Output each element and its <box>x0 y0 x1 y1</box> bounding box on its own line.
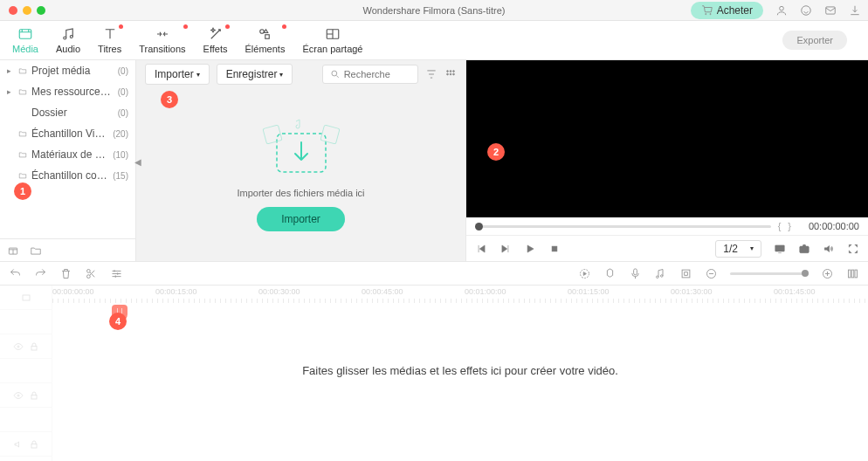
timeline-toolbar <box>0 261 868 286</box>
track-header[interactable] <box>0 408 52 432</box>
sidebar-item[interactable]: Matériaux de Fond...(10) <box>0 144 135 165</box>
export-button[interactable]: Exporter <box>782 31 847 50</box>
svg-rect-38 <box>31 346 37 350</box>
track-header[interactable] <box>0 432 52 457</box>
close-window[interactable] <box>9 6 17 15</box>
brace-right[interactable]: } <box>788 221 791 231</box>
zoom-slider[interactable] <box>730 272 809 275</box>
tab-split-screen[interactable]: Écran partagé <box>293 23 371 58</box>
sidebar-item[interactable]: Échantillon Vidéos(20) <box>0 123 135 144</box>
account-icon[interactable] <box>775 4 788 17</box>
search-input[interactable] <box>344 69 410 79</box>
window-title: Wondershare Filmora (Sans-titre) <box>362 5 505 16</box>
preview-screen[interactable] <box>466 60 868 217</box>
media-panel: Importer▾ Enregistrer▾ Importer des fich… <box>136 60 466 261</box>
tab-titles[interactable]: Titres <box>89 23 130 58</box>
progress-track[interactable] <box>475 225 771 228</box>
preview-panel: { } 00:00:00:00 1/2▾ <box>466 60 868 261</box>
render-icon[interactable] <box>578 267 591 280</box>
tab-transitions[interactable]: Transitions <box>130 23 194 58</box>
sidebar-item[interactable]: Dossier(0) <box>0 102 135 123</box>
tab-audio[interactable]: Audio <box>47 23 89 58</box>
zoom-out-icon[interactable] <box>705 267 718 280</box>
play-icon[interactable] <box>524 243 536 255</box>
annotation-badge-3: 3 <box>161 91 178 108</box>
sidebar-footer <box>0 238 135 261</box>
minimize-window[interactable] <box>23 6 31 15</box>
ratio-label: 1/2 <box>723 243 738 255</box>
track-header[interactable] <box>0 310 52 334</box>
tab-label: Audio <box>56 44 80 54</box>
svg-rect-27 <box>634 268 637 274</box>
collapse-sidebar[interactable]: ◀ <box>134 157 141 171</box>
titlebar: Wondershare Filmora (Sans-titre) Acheter <box>0 0 868 21</box>
audio-mix-icon[interactable] <box>654 267 667 280</box>
mic-icon[interactable] <box>629 267 642 280</box>
media-drop-zone[interactable]: Importer des fichiers média ici Importer <box>136 88 465 261</box>
stop-icon[interactable] <box>548 243 561 255</box>
download-icon[interactable] <box>849 4 861 17</box>
crop-icon[interactable] <box>679 267 692 280</box>
maximize-window[interactable] <box>37 6 45 15</box>
new-folder-icon[interactable] <box>30 244 42 257</box>
marker-icon[interactable] <box>603 267 617 280</box>
ruler-tick: 00:00:15:00 <box>155 287 197 296</box>
support-icon[interactable] <box>800 4 812 17</box>
record-dropdown[interactable]: Enregistrer▾ <box>217 64 293 85</box>
filter-icon[interactable] <box>425 68 437 80</box>
track-header[interactable] <box>0 286 52 310</box>
grid-view-icon[interactable] <box>444 68 457 80</box>
sidebar-item[interactable]: ▸Projet média(0) <box>0 60 135 81</box>
preview-quality[interactable]: 1/2▾ <box>715 240 761 258</box>
folder-icon <box>17 129 28 138</box>
buy-button[interactable]: Acheter <box>691 2 763 19</box>
media-icon <box>17 26 34 42</box>
message-icon[interactable] <box>824 4 837 17</box>
display-icon[interactable] <box>774 243 786 255</box>
svg-point-11 <box>447 71 449 72</box>
eye-icon <box>13 341 24 352</box>
tab-media[interactable]: Média <box>3 23 47 58</box>
time-ruler[interactable]: 00:00:00:0000:00:15:0000:00:30:0000:00:4… <box>52 286 868 305</box>
track-header[interactable] <box>0 334 52 359</box>
sidebar-item[interactable]: ▸Mes ressources part...(0) <box>0 81 135 102</box>
split-icon[interactable] <box>85 267 98 280</box>
redo-icon[interactable] <box>34 267 47 280</box>
sidebar-item-label: Échantillon Vidéos <box>31 127 109 140</box>
snapshot-icon[interactable] <box>798 243 810 255</box>
sidebar-item-label: Mes ressources part... <box>31 86 114 98</box>
adjust-icon[interactable] <box>110 267 123 280</box>
ruler-tick: 00:00:00:00 <box>52 287 94 296</box>
volume-icon[interactable] <box>823 243 835 255</box>
ruler-tick: 00:01:45:00 <box>774 287 816 296</box>
brace-left[interactable]: { <box>778 221 782 231</box>
import-dropdown[interactable]: Importer▾ <box>145 64 210 85</box>
svg-rect-19 <box>320 125 339 144</box>
label: Importer <box>155 68 194 80</box>
zoom-fit-icon[interactable] <box>846 267 859 280</box>
zoom-in-icon[interactable] <box>821 267 834 280</box>
tab-label: Éléments <box>245 44 286 54</box>
fullscreen-icon[interactable] <box>847 243 859 255</box>
split-icon <box>324 26 341 42</box>
undo-icon[interactable] <box>9 267 22 280</box>
track-header[interactable] <box>0 359 52 383</box>
track-header[interactable] <box>0 383 52 408</box>
ruler-tick: 00:01:15:00 <box>568 287 610 296</box>
eye-icon <box>13 390 24 401</box>
search-box[interactable] <box>322 65 418 84</box>
svg-rect-30 <box>682 270 690 278</box>
new-bin-icon[interactable] <box>7 244 19 257</box>
sidebar-item-label: Matériaux de Fond... <box>31 148 109 161</box>
preview-progress: { } 00:00:00:00 <box>466 217 868 235</box>
timeline-body[interactable]: 00:00:00:0000:00:15:0000:00:30:0000:00:4… <box>52 286 868 461</box>
delete-icon[interactable] <box>59 267 72 280</box>
next-frame-icon[interactable] <box>499 243 512 255</box>
tab-effects[interactable]: Effets <box>195 23 237 58</box>
import-button[interactable]: Importer <box>257 207 345 231</box>
prev-frame-icon[interactable] <box>475 243 487 255</box>
sidebar-item-label: Dossier <box>31 107 114 119</box>
lock-icon <box>29 341 39 352</box>
tab-elements[interactable]: Éléments <box>237 23 294 58</box>
annotation-badge-4: 4 <box>109 313 127 330</box>
